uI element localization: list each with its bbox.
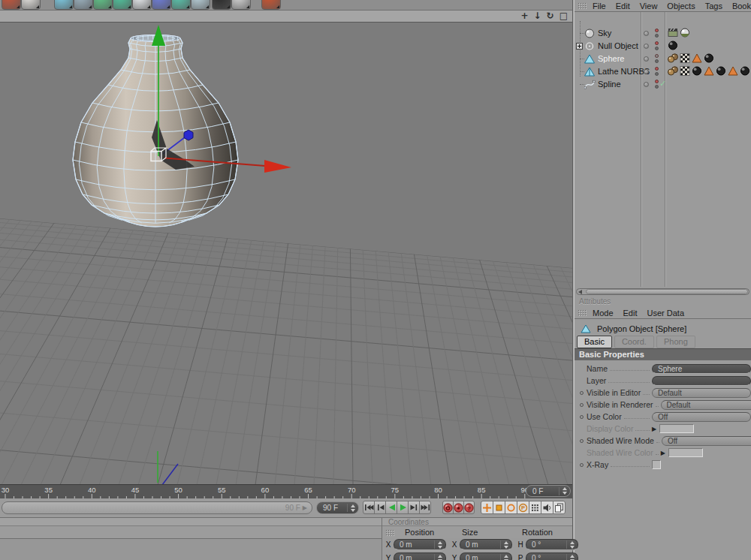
checkbox[interactable] <box>652 460 661 469</box>
add-sphere-icon[interactable] <box>93 0 113 10</box>
spinner-arrows-icon[interactable] <box>347 504 358 512</box>
key-scale-button[interactable] <box>493 501 505 514</box>
play-backward-button[interactable] <box>385 501 397 514</box>
orbit-icon[interactable]: ↻ <box>547 11 554 21</box>
visibility-render-dot-icon[interactable] <box>655 72 659 76</box>
keyframe-dot-icon[interactable] <box>580 463 584 467</box>
viewport-canvas[interactable] <box>0 23 572 485</box>
attr-menu-edit[interactable]: Edit <box>623 309 638 318</box>
add-deformer-icon[interactable] <box>152 0 171 10</box>
color-swatch[interactable] <box>659 424 694 433</box>
play-forward-button[interactable] <box>397 501 409 514</box>
current-frame-field[interactable]: 0 F <box>526 485 571 497</box>
add-array-icon[interactable] <box>74 0 93 10</box>
layer-dot-icon[interactable] <box>644 69 649 74</box>
object-row-null-object[interactable]: Null Object <box>575 40 751 53</box>
visibility-render-dot-icon[interactable] <box>655 47 659 50</box>
darksphere-tag-icon[interactable] <box>740 66 750 76</box>
coord-value-field[interactable]: 0 m <box>394 539 446 550</box>
pan-icon[interactable]: + <box>520 11 528 21</box>
coord-value-field[interactable]: 0 m <box>394 552 446 560</box>
checker-tag-icon[interactable] <box>680 66 690 76</box>
visibility-editor-dot-icon[interactable] <box>655 29 659 32</box>
render-icon[interactable] <box>261 0 281 10</box>
triangle-tag-icon[interactable] <box>704 66 714 76</box>
camera-view-icon[interactable] <box>21 0 41 10</box>
maximize-icon[interactable]: □ <box>559 11 568 21</box>
object-row-lathe-nurbs[interactable]: Lathe NURBS <box>575 65 751 78</box>
spinner-arrows-icon[interactable] <box>500 540 511 549</box>
visibility-editor-dot-icon[interactable] <box>655 41 659 45</box>
expand-arrow-icon[interactable]: ▶ <box>661 450 665 456</box>
dropdown[interactable]: Default <box>661 400 751 410</box>
darksphere-tag-icon[interactable] <box>716 66 726 76</box>
next-key-button[interactable] <box>408 501 420 514</box>
layer-dot-icon[interactable] <box>644 44 649 49</box>
keyframe-dot-icon[interactable] <box>580 403 584 407</box>
object-row-sky[interactable]: Sky <box>575 27 751 40</box>
keyframe-dot-icon[interactable] <box>580 391 584 395</box>
goto-end-button[interactable] <box>419 501 431 514</box>
color-swatch[interactable] <box>668 448 703 457</box>
viewport-3d[interactable] <box>0 22 572 484</box>
coord-value-field[interactable]: 0 ° <box>526 539 578 550</box>
expander-icon[interactable] <box>576 43 583 50</box>
texsphere-tag-icon[interactable] <box>680 28 690 38</box>
scrollbar-thumb[interactable] <box>586 289 748 294</box>
origin-cube[interactable] <box>151 152 161 161</box>
spinner-arrows-icon[interactable] <box>566 554 578 560</box>
layer-dot-icon[interactable] <box>644 82 649 87</box>
z-axis-knob-icon[interactable] <box>184 130 193 140</box>
om-menu-view[interactable]: View <box>640 2 658 11</box>
visibility-render-dot-icon[interactable] <box>655 59 659 63</box>
material-manager-row[interactable] <box>0 526 382 539</box>
checker-tag-icon[interactable] <box>680 53 690 63</box>
layer-dot-icon[interactable] <box>644 31 649 36</box>
visibility-render-dot-icon[interactable] <box>655 85 659 89</box>
coord-value-field[interactable]: 0 ° <box>526 552 578 560</box>
spinner-arrows-icon[interactable] <box>434 554 445 560</box>
undo-icon[interactable] <box>2 0 21 10</box>
om-menu-file[interactable]: File <box>593 2 606 11</box>
film-tag-icon[interactable] <box>668 28 678 38</box>
add-cube-icon[interactable] <box>54 0 74 10</box>
dropdown[interactable]: Off <box>652 412 751 422</box>
expand-arrow-icon[interactable]: ▶ <box>652 426 656 432</box>
end-frame-field[interactable]: 90 F <box>316 501 359 514</box>
add-camera-icon[interactable] <box>191 0 210 10</box>
tab-phong[interactable]: Phong <box>656 336 695 348</box>
triangle-tag-icon[interactable] <box>728 66 738 76</box>
visibility-editor-dot-icon[interactable] <box>655 67 659 71</box>
darksphere-tag-icon[interactable] <box>692 66 702 76</box>
dropdown[interactable]: Off <box>662 436 751 446</box>
spinner-arrows-icon[interactable] <box>434 540 445 549</box>
scrollbar-track[interactable] <box>576 288 749 295</box>
dolly-icon[interactable]: ↓ <box>534 11 541 21</box>
om-menu-bookmarks[interactable]: Bookmarks <box>732 2 751 11</box>
keyframe-dot-icon[interactable] <box>580 415 584 419</box>
previous-key-button[interactable] <box>374 501 386 514</box>
darksphere-tag-icon[interactable] <box>668 41 678 50</box>
sound-toggle-button[interactable] <box>541 501 553 514</box>
add-particle-icon[interactable] <box>132 0 152 10</box>
text-input[interactable] <box>652 376 751 386</box>
om-menu-objects[interactable]: Objects <box>667 2 695 11</box>
smooth-tag-icon[interactable] <box>668 66 678 76</box>
grip-icon[interactable] <box>385 529 395 536</box>
material-manager-area[interactable] <box>0 539 382 560</box>
visibility-render-dot-icon[interactable] <box>655 34 659 38</box>
tab-coord[interactable]: Coord. <box>614 336 654 348</box>
key-parameter-button[interactable]: P <box>517 501 529 514</box>
record-keyframe-button[interactable] <box>442 501 454 514</box>
spinner-arrows-icon[interactable] <box>500 554 511 560</box>
structure-grid-icon[interactable] <box>231 0 251 10</box>
triangle-tag-icon[interactable] <box>692 53 702 63</box>
om-menu-tags[interactable]: Tags <box>705 2 722 11</box>
om-menu-edit[interactable]: Edit <box>616 2 630 11</box>
enabled-check-icon[interactable]: ✓ <box>659 79 666 89</box>
timeline-ruler[interactable]: 30354045505560657075808590 <box>0 484 572 498</box>
key-position-button[interactable] <box>481 501 493 514</box>
grip-icon[interactable] <box>578 309 587 316</box>
add-environment-icon[interactable] <box>171 0 191 10</box>
key-rotation-button[interactable] <box>505 501 517 514</box>
